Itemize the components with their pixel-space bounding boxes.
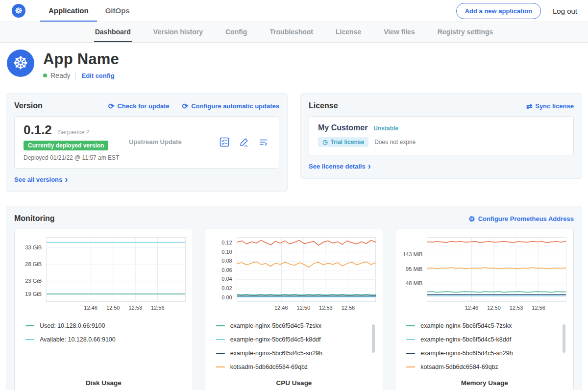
legend-scrollbar[interactable] [563,324,565,353]
see-all-versions-label: See all versions [14,176,62,183]
refresh-icon: ⟳ [108,102,115,110]
chart-title: CPU Usage [212,371,376,387]
configure-prometheus-label: Configure Prometheus Address [478,215,574,222]
upstream-update-label: Upstream Update [129,138,219,146]
legend-label: example-nginx-5bc6f5d4c5-sn29h [420,350,513,357]
x-axis: 12:4612:5012:5312:56 [427,305,566,314]
x-axis-label: 12:46 [84,305,98,311]
y-axis-label: 0.00 [221,294,232,300]
legend-color-dash [25,339,34,340]
legend-label: example-nginx-5bc6f5d4c5-7zskx [230,322,321,329]
sync-license-label: Sync license [535,102,574,110]
legend-label: kotsadm-5db6dc6584-69qbz [230,364,308,370]
app-subnav: Dashboard Version history Config Trouble… [0,22,588,43]
app-status: Ready [50,72,70,79]
sync-arrows-icon: ⇄ [526,102,533,110]
tab-application[interactable]: Application [40,0,97,22]
cpu-usage-chart: 0.120.100.080.060.040.020.00 12:4612:501… [205,229,384,390]
chevron-right-icon: › [368,163,371,170]
y-axis-label: 0.08 [221,258,232,264]
app-logo-icon: ☸ [7,49,34,77]
x-axis-label: 12:53 [510,305,523,311]
legend-label: example-nginx-5bc6f5d4c5-sn29h [230,350,322,357]
subnav-version-history[interactable]: Version history [152,22,204,42]
subnav-license[interactable]: License [335,22,362,42]
configure-prometheus-link[interactable]: ⚙ Configure Prometheus Address [468,215,574,222]
legend-item: example-nginx-5bc6f5d4c5-k8ddf [216,336,368,343]
status-dot-icon [43,73,47,77]
legend-scrollbar[interactable] [372,324,375,353]
trial-license-label: Trial license [330,139,364,146]
subnav-registry-settings[interactable]: Registry settings [437,22,494,42]
chart-series-line [427,292,566,292]
deploy-logs-icon[interactable] [258,137,269,147]
see-license-details-link[interactable]: See license details › [309,163,371,170]
monitoring-title: Monitoring [14,214,55,223]
see-all-versions-link[interactable]: See all versions › [14,176,68,183]
license-expiry: Does not expire [374,139,416,146]
legend-item: example-nginx-5bc6f5d4c5-7zskx [406,322,559,329]
deployed-date: Deployed 01/21/22 @ 11:57 am EST [24,154,129,161]
legend-color-dash [216,353,225,354]
trial-license-badge: ◷ Trial license [318,137,368,147]
chart-legend: Used: 10.128.0.66:9100Available: 10.128.… [22,321,186,344]
plot-area [46,237,186,302]
release-notes-icon[interactable] [219,137,230,147]
chart-title: Memory Usage [402,371,566,387]
y-axis-label: 0.12 [221,240,232,245]
y-axis: 143 MiB95 MiB48 MiB [402,237,427,302]
legend-item: Available: 10.128.0.66:9100 [25,336,178,343]
chart-series-line [237,294,376,295]
x-axis: 12:4612:5012:5312:56 [46,305,186,314]
chart-series-line [237,262,376,267]
legend-item: example-nginx-5bc6f5d4c5-sn29h [406,350,559,357]
add-application-button[interactable]: Add a new application [456,3,541,19]
legend-item: example-nginx-5bc6f5d4c5-7zskx [216,322,368,329]
y-axis-label: 0.02 [221,285,232,291]
chart-legend: example-nginx-5bc6f5d4c5-7zskxexample-ng… [212,321,376,371]
x-axis-label: 12:50 [106,305,120,311]
x-axis-label: 12:56 [151,305,165,311]
top-nav: Application GitOps [40,0,138,22]
legend-label: example-nginx-5bc6f5d4c5-k8ddf [230,336,321,343]
version-card-title: Version [14,101,43,110]
chart-canvas [427,238,566,301]
version-number: 0.1.2 [24,122,52,137]
y-axis-label: 19 GiB [25,291,42,297]
chevron-right-icon: › [65,176,68,183]
legend-item: example-nginx-5bc6f5d4c5-k8ddf [406,336,559,343]
current-version-box: 0.1.2 Sequence 2 Currently deployed vers… [14,116,279,169]
edit-config-link[interactable]: Edit config [81,72,114,79]
legend-color-dash [406,339,415,340]
sync-license-link[interactable]: ⇄ Sync license [526,102,574,110]
gear-icon: ⚙ [468,215,475,222]
legend-color-dash [216,366,225,367]
chart-legend: example-nginx-5bc6f5d4c5-7zskxexample-ng… [402,321,566,371]
version-card: Version ⟳ Check for update ⟳ Configure a… [6,93,288,192]
configure-automatic-updates-link[interactable]: ⟳ Configure automatic updates [182,102,279,110]
subnav-view-files[interactable]: View files [383,22,416,42]
chart-canvas [237,238,376,301]
app-title: App Name [43,50,119,68]
see-license-details-label: See license details [309,163,366,170]
monitoring-card: Monitoring ⚙ Configure Prometheus Addres… [6,206,582,390]
check-for-update-link[interactable]: ⟳ Check for update [108,102,170,110]
y-axis-label: 28 GiB [25,261,42,267]
legend-label: kotsadm-5db6dc6584-69qbz [420,364,498,370]
legend-label: Used: 10.128.0.66:9100 [40,322,105,329]
y-axis: 0.120.100.080.060.040.020.00 [212,237,237,302]
subnav-troubleshoot[interactable]: Troubleshoot [269,22,314,42]
y-axis-label: 33 GiB [25,244,42,250]
subnav-config[interactable]: Config [224,22,248,42]
logout-link[interactable]: Log out [553,7,577,15]
y-axis-label: 0.10 [221,249,232,255]
x-axis-label: 12:46 [274,305,288,311]
legend-label: example-nginx-5bc6f5d4c5-7zskx [420,322,512,329]
channel-label: Unstable [373,125,398,132]
legend-item: kotsadm-5db6dc6584-69qbz [216,364,368,370]
legend-color-dash [406,353,415,354]
disk-usage-chart: 33 GiB28 GiB23 GiB19 GiB 12:4612:5012:53… [14,229,193,390]
tab-gitops[interactable]: GitOps [97,0,138,22]
edit-config-icon[interactable] [239,137,249,147]
subnav-dashboard[interactable]: Dashboard [94,22,132,42]
